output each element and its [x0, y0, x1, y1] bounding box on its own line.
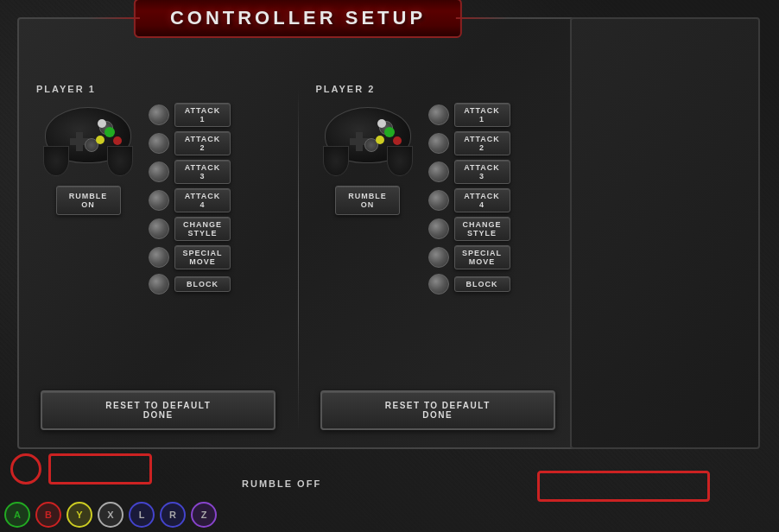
bottom-buttons-row: A B Y X L R Z — [4, 502, 217, 528]
player1-reset-button[interactable]: RESET TO DEFAULTDONE — [41, 390, 276, 430]
player2-attack2-button[interactable]: ATTACK2 — [454, 131, 510, 155]
player2-attack3-button[interactable]: ATTACK3 — [454, 160, 510, 184]
player2-reset-button[interactable]: RESET TO DEFAULTDONE — [320, 390, 555, 430]
player2-reset-section: RESET TO DEFAULTDONE — [307, 390, 569, 430]
player2-attack2-indicator — [428, 133, 449, 154]
bottom-y-button[interactable]: Y — [66, 502, 92, 528]
red-long-bar-indicator — [537, 471, 710, 502]
player2-attack3-row: ATTACK3 — [428, 160, 510, 184]
player1-specialmove-button[interactable]: SPECIALMOVE — [174, 245, 231, 269]
left-controls-indicator — [10, 453, 152, 484]
bottom-r-button[interactable]: R — [160, 502, 186, 528]
bottom-x-button[interactable]: X — [98, 502, 124, 528]
player1-buttons-col: ATTACK1 ATTACK2 ATTACK3 ATTACK4 — [149, 103, 231, 294]
page-title: CONTROLLER SETUP — [170, 7, 426, 28]
player2-changestyle-row: CHANGESTYLE — [428, 217, 510, 241]
player1-attack3-row: ATTACK3 — [149, 160, 231, 184]
player2-changestyle-indicator — [428, 218, 449, 239]
player1-attack4-indicator — [149, 190, 169, 211]
player1-block-button[interactable]: BLOCK — [174, 276, 231, 292]
player2-attack4-indicator — [428, 190, 449, 211]
player1-attack4-row: ATTACK4 — [149, 188, 231, 212]
player2-attack1-indicator — [428, 104, 449, 125]
player1-block-row: BLOCK — [149, 274, 231, 294]
player1-attack3-button[interactable]: ATTACK3 — [174, 160, 231, 184]
player1-top-row: RUMBLEON ATTACK1 ATTACK2 ATTACK3 — [36, 103, 281, 294]
player2-top-row: RUMBLEON ATTACK1 ATTACK2 ATTACK3 — [316, 103, 560, 294]
player2-attack4-row: ATTACK4 — [428, 188, 510, 212]
player1-block-indicator — [149, 274, 169, 294]
player2-changestyle-button[interactable]: CHANGESTYLE — [454, 217, 510, 241]
player2-attack2-row: ATTACK2 — [428, 131, 510, 155]
right-panel — [570, 17, 760, 449]
player1-specialmove-indicator — [149, 247, 169, 268]
player2-attack3-indicator — [428, 162, 449, 182]
player2-section: PLAYER 2 — [299, 71, 578, 447]
player1-specialmove-row: SPECIALMOVE — [149, 245, 231, 269]
title-banner: CONTROLLER SETUP — [134, 0, 462, 38]
player2-label: PLAYER 2 — [316, 84, 376, 94]
player2-rumble-button[interactable]: RUMBLEON — [335, 186, 400, 215]
red-circle-indicator — [10, 453, 41, 484]
player2-specialmove-button[interactable]: SPECIALMOVE — [454, 245, 510, 269]
player1-section: PLAYER 1 — [19, 71, 298, 447]
player1-attack2-row: ATTACK2 — [149, 131, 231, 155]
players-container: PLAYER 1 — [19, 71, 577, 447]
player2-attack4-button[interactable]: ATTACK4 — [454, 188, 510, 212]
player2-left-col: RUMBLEON — [316, 103, 420, 215]
player1-attack3-indicator — [149, 162, 169, 182]
bottom-l-button[interactable]: L — [129, 502, 155, 528]
player2-buttons-col: ATTACK1 ATTACK2 ATTACK3 ATTACK4 — [428, 103, 510, 294]
player1-left-col: RUMBLEON — [36, 103, 140, 215]
player1-attack1-row: ATTACK1 — [149, 103, 231, 127]
player1-changestyle-indicator — [149, 218, 169, 239]
player2-controller — [316, 103, 420, 172]
player2-block-row: BLOCK — [428, 274, 510, 294]
player2-attack1-row: ATTACK1 — [428, 103, 510, 127]
player2-block-button[interactable]: BLOCK — [454, 276, 510, 292]
player1-attack1-indicator — [149, 104, 169, 125]
bottom-z-button[interactable]: Z — [191, 502, 217, 528]
player2-block-indicator — [428, 274, 449, 294]
player1-controller — [36, 103, 140, 172]
bottom-bar: RUMBLE OFF A B Y X L R Z — [0, 446, 779, 532]
player2-specialmove-indicator — [428, 247, 449, 268]
player1-attack1-button[interactable]: ATTACK1 — [174, 103, 231, 127]
red-bar-indicator — [48, 453, 152, 484]
player1-changestyle-row: CHANGESTYLE — [149, 217, 231, 241]
bottom-b-button[interactable]: B — [35, 502, 61, 528]
rumble-off-label: RUMBLE OFF — [242, 478, 321, 489]
player1-rumble-button[interactable]: RUMBLEON — [56, 186, 121, 215]
player1-attack2-indicator — [149, 133, 169, 154]
player1-reset-section: RESET TO DEFAULTDONE — [28, 390, 289, 430]
bottom-a-button[interactable]: A — [4, 502, 30, 528]
main-panel: CONTROLLER SETUP PLAYER 1 — [17, 17, 579, 449]
player1-label: PLAYER 1 — [36, 84, 96, 94]
player1-attack4-button[interactable]: ATTACK4 — [174, 188, 231, 212]
player2-attack1-button[interactable]: ATTACK1 — [454, 103, 510, 127]
player2-specialmove-row: SPECIALMOVE — [428, 245, 510, 269]
player1-changestyle-button[interactable]: CHANGESTYLE — [174, 217, 231, 241]
player1-attack2-button[interactable]: ATTACK2 — [174, 131, 231, 155]
